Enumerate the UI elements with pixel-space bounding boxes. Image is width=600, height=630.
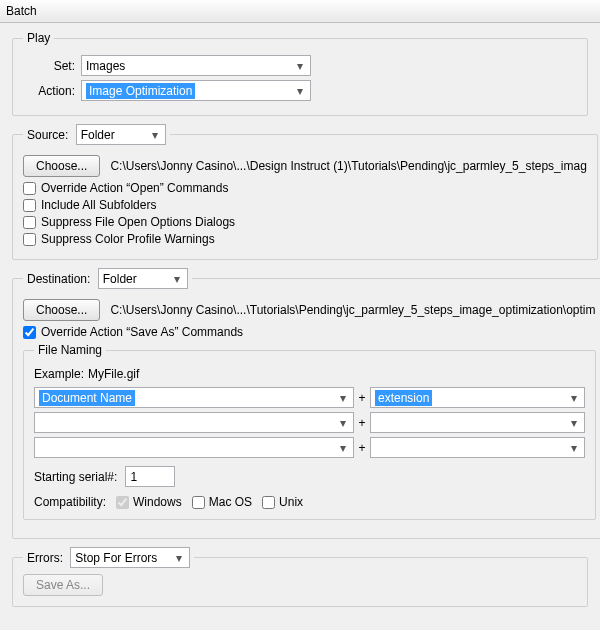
suppress-color-label: Suppress Color Profile Warnings [41,232,215,246]
destination-group: Destination: Folder ▾ Choose... C:\Users… [12,268,600,539]
include-subfolders-label: Include All Subfolders [41,198,156,212]
compat-macos-label: Mac OS [209,495,252,509]
window-title: Batch [6,4,37,18]
compat-unix-option[interactable]: Unix [262,495,303,509]
override-saveas-label: Override Action “Save As” Commands [41,325,243,339]
source-legend: Source: Folder ▾ [23,124,170,145]
compat-windows-label: Windows [133,495,182,509]
chevron-down-icon: ▾ [169,272,185,286]
errors-group: Errors: Stop For Errors ▾ Save As... [12,547,588,607]
starting-serial-label: Starting serial#: [34,470,117,484]
compat-label: Compatibility: [34,495,106,509]
compat-windows-option: Windows [116,495,182,509]
compat-macos-option[interactable]: Mac OS [192,495,252,509]
destination-legend: Destination: Folder ▾ [23,268,192,289]
chevron-down-icon: ▾ [335,391,351,405]
destination-label: Destination: [27,272,90,286]
example-value: MyFile.gif [88,367,139,381]
action-label: Action: [23,84,81,98]
errors-save-as-button: Save As... [23,574,103,596]
window-titlebar: Batch [0,0,600,23]
plus-2: + [354,416,370,430]
play-legend: Play [23,31,54,45]
errors-dropdown[interactable]: Stop For Errors ▾ [70,547,190,568]
chevron-down-icon: ▾ [566,441,582,455]
chevron-down-icon: ▾ [171,551,187,565]
naming-field-3[interactable]: ▾ [34,412,354,433]
naming-field-2[interactable]: extension ▾ [370,387,585,408]
errors-legend: Errors: Stop For Errors ▾ [23,547,194,568]
source-dropdown[interactable]: Folder ▾ [76,124,166,145]
file-naming-group: File Naming Example: MyFile.gif Document… [23,343,596,520]
chevron-down-icon: ▾ [292,84,308,98]
naming-field-1[interactable]: Document Name ▾ [34,387,354,408]
source-value: Folder [81,128,115,142]
source-group: Source: Folder ▾ Choose... C:\Users\Jonn… [12,124,598,260]
errors-value: Stop For Errors [75,551,157,565]
play-group: Play Set: Images ▾ Action: Image Optimiz… [12,31,588,116]
source-label: Source: [27,128,68,142]
suppress-color-checkbox[interactable] [23,233,36,246]
compat-macos-checkbox[interactable] [192,496,205,509]
chevron-down-icon: ▾ [566,416,582,430]
destination-path: C:\Users\Jonny Casino\...\Tutorials\Pend… [110,303,595,317]
plus-3: + [354,441,370,455]
compat-windows-checkbox [116,496,129,509]
batch-panel: Play Set: Images ▾ Action: Image Optimiz… [0,23,600,627]
compat-unix-checkbox[interactable] [262,496,275,509]
suppress-file-open-checkbox[interactable] [23,216,36,229]
action-value: Image Optimization [86,83,195,99]
include-subfolders-checkbox[interactable] [23,199,36,212]
naming-field-2-value: extension [375,390,432,406]
example-label: Example: [34,367,84,381]
set-dropdown[interactable]: Images ▾ [81,55,311,76]
naming-field-5[interactable]: ▾ [34,437,354,458]
compat-unix-label: Unix [279,495,303,509]
plus-1: + [354,391,370,405]
override-open-checkbox[interactable] [23,182,36,195]
override-saveas-checkbox[interactable] [23,326,36,339]
source-path: C:\Users\Jonny Casino\...\Design Instruc… [110,159,586,173]
chevron-down-icon: ▾ [335,441,351,455]
set-value: Images [86,59,125,73]
chevron-down-icon: ▾ [147,128,163,142]
suppress-file-open-label: Suppress File Open Options Dialogs [41,215,235,229]
file-naming-legend: File Naming [34,343,106,357]
action-dropdown[interactable]: Image Optimization ▾ [81,80,311,101]
chevron-down-icon: ▾ [566,391,582,405]
source-choose-button[interactable]: Choose... [23,155,100,177]
naming-field-6[interactable]: ▾ [370,437,585,458]
starting-serial-input[interactable] [125,466,175,487]
destination-choose-button[interactable]: Choose... [23,299,100,321]
naming-field-4[interactable]: ▾ [370,412,585,433]
chevron-down-icon: ▾ [335,416,351,430]
naming-field-1-value: Document Name [39,390,135,406]
chevron-down-icon: ▾ [292,59,308,73]
set-label: Set: [23,59,81,73]
override-open-label: Override Action “Open” Commands [41,181,228,195]
errors-label: Errors: [27,551,63,565]
destination-dropdown[interactable]: Folder ▾ [98,268,188,289]
destination-value: Folder [103,272,137,286]
